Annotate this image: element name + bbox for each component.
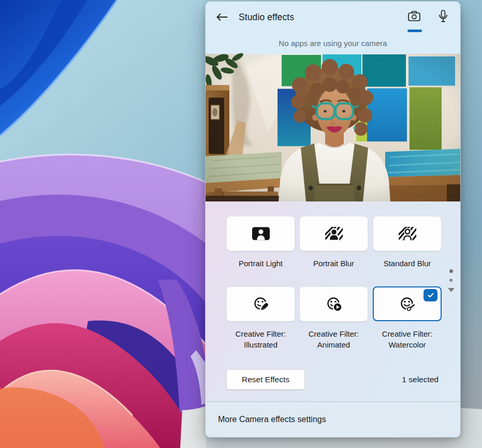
effect-tile-label: Creative Filter: Illustrated: [224, 329, 297, 350]
standard-blur-icon: [396, 222, 419, 245]
creative-filter-watercolor-icon: [396, 292, 419, 316]
creative-filter-illustrated-icon: [249, 292, 273, 316]
camera-icon: [406, 9, 422, 24]
camera-preview: [206, 54, 461, 201]
back-button[interactable]: [212, 7, 232, 27]
effect-tile-label: Creative Filter: Animated: [297, 329, 370, 350]
camera-status-text: No apps are using your camera: [206, 39, 460, 48]
effect-tile-portrait-light[interactable]: [226, 216, 295, 251]
selected-checkbox: [423, 289, 437, 301]
pager-dot-current: [449, 269, 453, 273]
more-settings-link[interactable]: More Camera effects settings: [206, 401, 460, 437]
back-arrow-icon: [216, 11, 228, 23]
effect-tile-standard-blur[interactable]: [373, 216, 442, 251]
chevron-down-icon[interactable]: [448, 288, 455, 292]
effect-tile-creative-filter-watercolor[interactable]: [373, 286, 442, 321]
tab-microphone[interactable]: [431, 6, 455, 27]
page-title: Studio effects: [239, 12, 294, 23]
pager-dot: [449, 279, 452, 282]
more-settings-label: More Camera effects settings: [218, 415, 326, 424]
effects-section: Portrait Light Portrait Blur Standard Bl…: [206, 201, 461, 402]
effect-tile-label: Creative Filter: Watercolor: [371, 329, 444, 350]
studio-effects-flyout: Studio effects No apps are using your ca…: [205, 1, 461, 438]
effect-tile-label: Portrait Blur: [297, 258, 370, 269]
checkmark-icon: [427, 292, 435, 299]
effect-tile-creative-filter-animated[interactable]: [299, 286, 368, 322]
microphone-icon: [435, 9, 451, 24]
portrait-blur-icon: [323, 222, 345, 245]
portrait-light-icon: [250, 222, 272, 245]
flyout-header: Studio effects No apps are using your ca…: [206, 2, 460, 54]
reset-effects-button[interactable]: Reset Effects: [226, 369, 305, 390]
effect-tile-creative-filter-illustrated[interactable]: [226, 286, 295, 322]
creative-filter-animated-icon: [322, 292, 346, 316]
tab-camera[interactable]: [402, 6, 426, 27]
effect-tile-portrait-blur[interactable]: [299, 216, 368, 251]
carousel-pager: [447, 269, 455, 292]
selected-tab-indicator: [407, 30, 422, 32]
effect-tile-label: Portrait Light: [224, 258, 297, 269]
effect-tile-label: Standard Blur: [371, 258, 444, 269]
selected-count: 1 selected: [402, 369, 439, 390]
